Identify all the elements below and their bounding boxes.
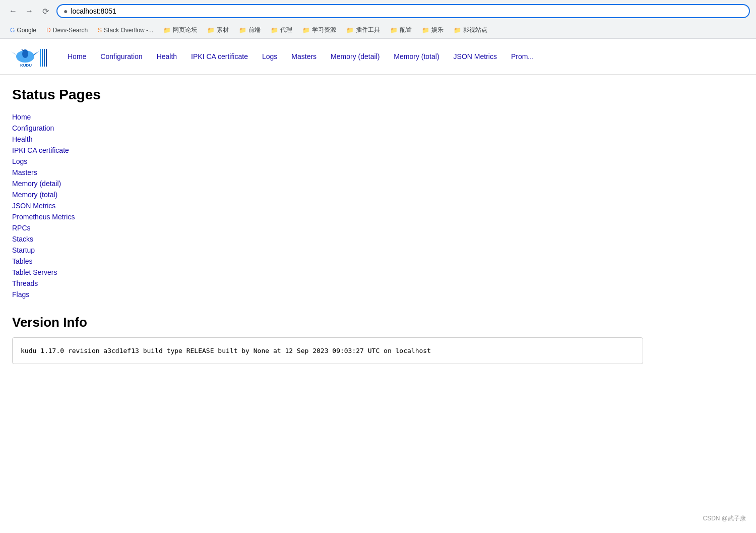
nav-ipki[interactable]: IPKI CA certificate: [184, 43, 255, 70]
svg-marker-1: [11, 51, 16, 55]
bookmark-plugins-label: 插件工具: [356, 26, 380, 34]
site-logo: KUDU: [10, 39, 50, 74]
nav-masters[interactable]: Masters: [284, 43, 324, 70]
browser-titlebar: ← → ⟳ ●: [0, 0, 756, 22]
folder-icon-5: 📁: [302, 27, 310, 34]
google-icon: G: [10, 27, 15, 34]
link-health[interactable]: Health: [12, 135, 643, 143]
bookmark-sucai[interactable]: 📁 素材: [203, 24, 233, 36]
nav-logs[interactable]: Logs: [255, 43, 284, 70]
link-masters[interactable]: Masters: [12, 168, 643, 176]
folder-icon-4: 📁: [271, 27, 278, 34]
back-button[interactable]: ←: [6, 4, 20, 18]
forward-button[interactable]: →: [22, 4, 36, 18]
bookmark-google-label: Google: [17, 27, 36, 34]
folder-icon-7: 📁: [390, 27, 398, 34]
bookmarks-bar: G Google D Devv-Search S Stack Overflow …: [0, 22, 756, 38]
folder-icon-9: 📁: [454, 27, 461, 34]
bookmark-google[interactable]: G Google: [6, 25, 40, 35]
nav-memory-detail[interactable]: Memory (detail): [324, 43, 387, 70]
folder-icon-2: 📁: [207, 27, 215, 34]
nav-configuration[interactable]: Configuration: [93, 43, 149, 70]
version-section-title: Version Info: [12, 315, 643, 330]
link-home[interactable]: Home: [12, 113, 643, 121]
version-info-box: kudu 1.17.0 revision a3cd1ef13 build typ…: [12, 337, 643, 364]
bookmark-entertainment[interactable]: 📁 娱乐: [418, 24, 448, 36]
nav-buttons: ← → ⟳: [6, 4, 52, 18]
link-json-metrics[interactable]: JSON Metrics: [12, 202, 643, 210]
page-title: Status Pages: [12, 87, 643, 103]
nav-prom[interactable]: Prom...: [504, 43, 541, 70]
bookmark-study[interactable]: 📁 学习资源: [298, 24, 340, 36]
folder-icon-3: 📁: [239, 27, 246, 34]
nav-links: Home Configuration Health IPKI CA certif…: [60, 43, 541, 70]
bookmark-config-label: 配置: [400, 26, 412, 34]
link-logs[interactable]: Logs: [12, 157, 643, 165]
bookmark-proxy[interactable]: 📁 代理: [267, 24, 296, 36]
folder-icon-1: 📁: [163, 27, 171, 34]
bookmark-webforum[interactable]: 📁 网页论坛: [159, 24, 201, 36]
folder-icon-8: 📁: [422, 27, 429, 34]
link-prometheus-metrics[interactable]: Prometheus Metrics: [12, 213, 643, 221]
page-content: KUDU Home Configuration Health IPKI CA c…: [0, 39, 756, 376]
bookmark-plugins[interactable]: 📁 插件工具: [342, 24, 384, 36]
bookmark-stackoverflow[interactable]: S Stack Overflow -...: [94, 25, 157, 35]
reload-button[interactable]: ⟳: [38, 4, 52, 18]
kudu-logo-svg: KUDU: [10, 44, 50, 69]
stackoverflow-icon: S: [98, 27, 102, 34]
bookmark-entertainment-label: 娱乐: [431, 26, 444, 34]
link-configuration[interactable]: Configuration: [12, 124, 643, 132]
browser-chrome: ← → ⟳ ● G Google D Devv-Search S Stack O…: [0, 0, 756, 39]
nav-home[interactable]: Home: [60, 43, 93, 70]
link-memory-total[interactable]: Memory (total): [12, 191, 643, 199]
bookmark-config[interactable]: 📁 配置: [386, 24, 416, 36]
bookmark-frontend[interactable]: 📁 前端: [235, 24, 265, 36]
bookmark-video[interactable]: 📁 影视站点: [450, 24, 491, 36]
bookmark-video-label: 影视站点: [463, 26, 487, 34]
svg-marker-2: [33, 51, 39, 56]
bookmark-stackoverflow-label: Stack Overflow -...: [104, 27, 153, 34]
link-startup[interactable]: Startup: [12, 246, 643, 254]
link-threads[interactable]: Threads: [12, 279, 643, 287]
link-tablet-servers[interactable]: Tablet Servers: [12, 268, 643, 276]
lock-icon: ●: [64, 7, 68, 15]
link-tables[interactable]: Tables: [12, 257, 643, 265]
bookmark-sucai-label: 素材: [217, 26, 229, 34]
address-input[interactable]: [71, 7, 743, 15]
link-rpcs[interactable]: RPCs: [12, 224, 643, 232]
nav-json-metrics[interactable]: JSON Metrics: [447, 43, 504, 70]
nav-health[interactable]: Health: [150, 43, 184, 70]
folder-icon-6: 📁: [346, 27, 354, 34]
devv-icon: D: [46, 27, 51, 34]
bookmark-study-label: 学习资源: [312, 26, 336, 34]
svg-text:KUDU: KUDU: [20, 63, 32, 68]
bookmark-webforum-label: 网页论坛: [173, 26, 197, 34]
address-bar[interactable]: ●: [56, 4, 750, 18]
link-stacks[interactable]: Stacks: [12, 235, 643, 243]
nav-memory-total[interactable]: Memory (total): [387, 43, 446, 70]
status-links-list: Home Configuration Health IPKI CA certif…: [12, 113, 643, 299]
bookmark-frontend-label: 前端: [248, 26, 261, 34]
bookmark-devv[interactable]: D Devv-Search: [42, 25, 92, 35]
link-ipki[interactable]: IPKI CA certificate: [12, 146, 643, 154]
site-nav: KUDU Home Configuration Health IPKI CA c…: [0, 39, 756, 75]
link-memory-detail[interactable]: Memory (detail): [12, 180, 643, 188]
bookmark-devv-label: Devv-Search: [53, 27, 88, 34]
link-flags[interactable]: Flags: [12, 290, 643, 299]
bookmark-proxy-label: 代理: [280, 26, 292, 34]
main-content: Status Pages Home Configuration Health I…: [0, 75, 655, 376]
